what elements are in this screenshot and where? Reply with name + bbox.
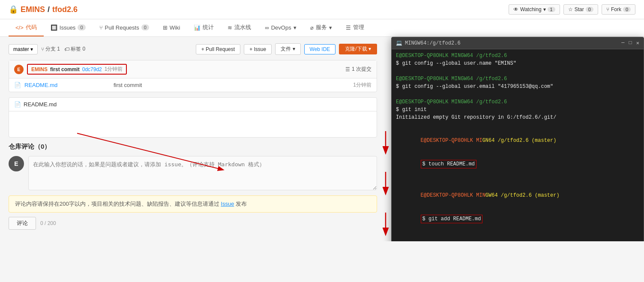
minimize-button[interactable]: — <box>621 40 624 46</box>
file-button[interactable]: 文件 ▾ <box>275 43 300 55</box>
comments-section: 仓库评论（0） E 评论内容请保持在200字以内，项目相关的技术问题、缺陷报告、… <box>9 143 377 230</box>
issue-link[interactable]: Issue <box>221 201 234 207</box>
titlebar-controls: — □ ✕ <box>621 40 639 46</box>
term-line: E@DESKTOP-QP8OHLK MINGW64 /g/tfod2.6 (ma… <box>396 184 639 207</box>
branch-info: ⑂ 分支 1 🏷 标签 0 <box>41 45 85 53</box>
repo-title: 🔒 EMINS / tfod2.6 <box>9 5 78 14</box>
commit-hash[interactable]: 0dc79d2 <box>82 66 102 72</box>
tab-wiki[interactable]: ⊞ Wiki <box>156 19 187 36</box>
star-button[interactable]: ☆ Star 0 <box>563 4 598 15</box>
branch-chevron-icon: ▾ <box>30 46 33 52</box>
fork-icon: ⑂ <box>606 6 609 12</box>
readme-file-icon: 📄 <box>14 101 21 108</box>
pr-icon: ⑂ <box>99 24 103 31</box>
term-blank <box>396 176 639 184</box>
submit-row: 评论 0 / 200 <box>9 217 377 230</box>
pipeline-icon: ≋ <box>228 24 232 31</box>
tab-devops[interactable]: ∞ DevOps ▾ <box>258 19 303 36</box>
tab-pr-label: Pull Requests <box>105 24 139 31</box>
repo-content: master ▾ ⑂ 分支 1 🏷 标签 0 + Pull Request + … <box>0 37 386 241</box>
nav-tabs: </> 代码 🔲 Issues 0 ⑂ Pull Requests 0 ⊞ Wi… <box>0 19 644 37</box>
stats-icon: 📊 <box>194 24 201 31</box>
notice-box: 评论内容请保持在200字以内，项目相关的技术问题、缺陷报告、建议等信息请通过 I… <box>9 195 377 213</box>
tab-stats[interactable]: 📊 统计 <box>187 19 221 36</box>
tab-services-label: 服务 <box>316 24 327 31</box>
notice-text-2: 发布 <box>236 201 247 207</box>
main-container: master ▾ ⑂ 分支 1 🏷 标签 0 + Pull Request + … <box>0 37 644 241</box>
file-name[interactable]: README.md <box>24 82 110 88</box>
pull-request-button[interactable]: + Pull Request <box>196 44 240 54</box>
wiki-icon: ⊞ <box>163 24 168 31</box>
tab-code[interactable]: </> 代码 <box>9 19 44 36</box>
tab-issues[interactable]: 🔲 Issues 0 <box>44 19 93 36</box>
terminal-window: 💻 MINGW64:/g/tfod2.6 — □ ✕ E@DESKTOP-QP8… <box>391 37 644 241</box>
fork-button[interactable]: ⑂ Fork 0 <box>602 4 635 15</box>
term-line: $ touch README.md <box>396 152 639 176</box>
term-line: E@DESKTOP-QP8OHLK MINGW64 /g/tfod2.6 <box>396 75 639 83</box>
services-chevron-icon: ▾ <box>329 24 332 31</box>
tag-count-info: 🏷 标签 0 <box>64 45 85 53</box>
comment-submit-button[interactable]: 评论 <box>9 217 36 230</box>
branch-select[interactable]: master ▾ <box>9 44 38 54</box>
branch-label: master <box>13 46 29 52</box>
issue-button[interactable]: + Issue <box>244 44 272 54</box>
fork-count: 0 <box>623 7 631 12</box>
tab-pullrequests[interactable]: ⑂ Pull Requests 0 <box>93 19 156 36</box>
toolbar: master ▾ ⑂ 分支 1 🏷 标签 0 + Pull Request + … <box>9 43 377 55</box>
terminal-icon: 💻 <box>396 40 402 46</box>
devops-icon: ∞ <box>265 24 269 31</box>
tab-pipeline-label: 流水线 <box>234 24 251 31</box>
star-label: Star <box>575 6 584 12</box>
terminal-title-left: 💻 MINGW64:/g/tfod2.6 <box>396 40 461 46</box>
lock-icon: 🔒 <box>9 5 18 14</box>
branch-count-info: ⑂ 分支 1 <box>41 45 60 53</box>
commenter-avatar: E <box>9 156 24 171</box>
star-icon: ☆ <box>568 6 573 12</box>
term-line: Initialized empty Git repository in G:/t… <box>396 114 639 121</box>
comment-textarea[interactable] <box>28 156 377 190</box>
web-ide-button[interactable]: Web IDE <box>304 44 336 54</box>
terminal-title: MINGW64:/g/tfod2.6 <box>405 40 461 46</box>
services-icon: ⌀ <box>310 24 314 31</box>
term-line: $ git config --global user.name "EMINS" <box>396 60 639 67</box>
notice-text-1: 评论内容请保持在200字以内，项目相关的技术问题、缺陷报告、建议等信息请通过 <box>15 201 221 207</box>
readme-title: README.md <box>24 101 57 108</box>
tab-pipeline[interactable]: ≋ 流水线 <box>221 19 258 36</box>
watching-button[interactable]: 👁 Watching ▾ 1 <box>509 4 560 15</box>
file-chevron-icon: ▾ <box>293 46 295 52</box>
tab-manage-label: 管理 <box>353 24 364 31</box>
term-blank <box>396 67 639 75</box>
term-blank <box>396 231 639 239</box>
term-line: E@DESKTOP-QP8OHLK MINGW64 /g/tfod2.6 <box>396 98 639 106</box>
commit-user[interactable]: EMINS <box>31 66 48 72</box>
close-button[interactable]: ✕ <box>636 40 639 46</box>
watching-chevron-icon: ▾ <box>543 6 546 12</box>
term-blank <box>396 90 639 98</box>
repo-name[interactable]: tfod2.6 <box>52 5 78 14</box>
fork-label: Fork <box>611 6 621 12</box>
devops-chevron-icon: ▾ <box>294 24 297 31</box>
clone-chevron-icon: ▾ <box>368 46 371 52</box>
clone-download-button[interactable]: 克隆/下载 ▾ <box>339 44 377 54</box>
tab-services[interactable]: ⌀ 服务 ▾ <box>303 19 339 36</box>
commit-time: 1分钟前 <box>105 66 123 73</box>
manage-icon: ☰ <box>346 24 351 31</box>
comments-title: 仓库评论（0） <box>9 143 377 151</box>
eye-icon: 👁 <box>513 6 518 12</box>
commit-message: first commit <box>50 66 80 72</box>
tab-code-label: 代码 <box>26 24 37 31</box>
branch-icon: ⑂ <box>41 46 44 52</box>
term-line: E@DESKTOP-QP8OHLK MINGW64 /g/tfod2.6 (ma… <box>396 239 639 241</box>
toolbar-right: + Pull Request + Issue 文件 ▾ Web IDE 克隆/下… <box>196 43 377 55</box>
commit-bar: E EMINS first commit 0dc79d2 1分钟前 ☰ 1 次提… <box>9 60 377 78</box>
tab-manage[interactable]: ☰ 管理 <box>339 19 371 36</box>
term-line: $ git config --global user.email "417965… <box>396 83 639 90</box>
tab-devops-label: DevOps <box>271 24 291 31</box>
commits-count: ☰ 1 次提交 <box>345 66 371 73</box>
maximize-button[interactable]: □ <box>629 40 632 46</box>
readme-header: 📄 README.md <box>9 98 377 111</box>
file-commit-msg: first commit <box>114 82 334 88</box>
repo-org[interactable]: EMINS <box>21 5 45 14</box>
terminal-titlebar: 💻 MINGW64:/g/tfod2.6 — □ ✕ <box>392 37 644 49</box>
term-line: E@DESKTOP-QP8OHLK MIGN64 /g/tfod2.6 (mas… <box>396 129 639 152</box>
